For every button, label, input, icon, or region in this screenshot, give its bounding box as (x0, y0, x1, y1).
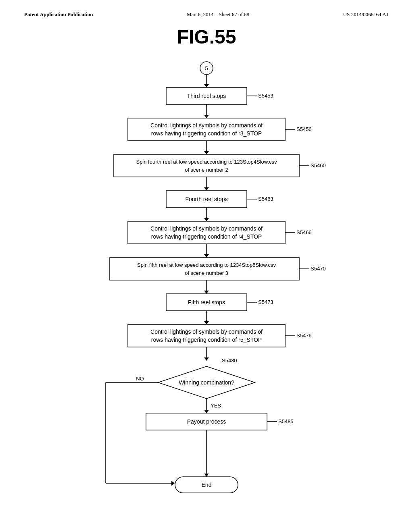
svg-marker-9 (204, 115, 209, 118)
svg-text:S5476: S5476 (296, 332, 312, 339)
svg-text:YES: YES (211, 403, 221, 409)
flowchart-svg: 5 Third reel stops S5453 Control lightin… (65, 56, 348, 520)
header-patent-number: US 2014/0066164 A1 (343, 11, 389, 18)
svg-marker-3 (204, 84, 209, 87)
svg-text:S5480: S5480 (222, 357, 237, 364)
diagram-container: FIG.55 5 Third reel stops S5453 Control … (0, 22, 413, 532)
svg-rect-50 (128, 324, 285, 347)
svg-text:5: 5 (205, 65, 208, 71)
svg-text:S5473: S5473 (258, 299, 273, 305)
svg-text:Fifth reel stops: Fifth reel stops (188, 299, 225, 305)
svg-text:Spin fourth reel at low speed : Spin fourth reel at low speed according … (136, 159, 277, 165)
svg-text:Third reel stops: Third reel stops (187, 93, 226, 99)
svg-text:rows having triggering conditi: rows having triggering condition of r4_S… (151, 233, 262, 240)
svg-marker-66 (204, 410, 209, 413)
svg-marker-36 (204, 254, 209, 258)
svg-text:S5466: S5466 (296, 229, 312, 235)
svg-rect-17 (114, 154, 299, 177)
svg-marker-16 (204, 151, 209, 154)
svg-text:S5456: S5456 (296, 126, 312, 132)
svg-text:S5470: S5470 (311, 266, 326, 272)
svg-text:rows having triggering conditi: rows having triggering condition of r3_S… (151, 130, 262, 137)
fig-title: FIG.55 (177, 26, 236, 48)
svg-text:Winning combination?: Winning combination? (179, 379, 234, 386)
header-date-sheet: Mar. 6, 2014 Sheet 67 of 68 (187, 11, 249, 18)
svg-marker-64 (171, 481, 175, 486)
svg-text:Control lightings of symbols b: Control lightings of symbols by commands… (150, 328, 263, 335)
svg-marker-56 (204, 357, 209, 361)
svg-rect-37 (110, 258, 299, 280)
svg-text:S5453: S5453 (258, 93, 273, 99)
header-publication: Patent Application Publication (24, 11, 93, 18)
svg-text:Control lightings of symbols b: Control lightings of symbols by commands… (150, 225, 263, 232)
svg-marker-23 (204, 187, 209, 191)
svg-text:Spin fifth reel at low speed a: Spin fifth reel at low speed according t… (137, 262, 276, 268)
svg-text:of scene number 2: of scene number 2 (185, 167, 228, 173)
svg-text:Fourth reel stops: Fourth reel stops (185, 196, 227, 202)
svg-marker-73 (204, 474, 209, 477)
svg-text:S5460: S5460 (311, 162, 326, 168)
svg-text:rows having triggering conditi: rows having triggering condition of r5_S… (151, 337, 262, 343)
svg-text:of scene number 3: of scene number 3 (185, 270, 228, 276)
svg-text:End: End (202, 482, 212, 488)
svg-text:Control lightings of symbols b: Control lightings of symbols by commands… (150, 122, 263, 129)
svg-marker-43 (204, 291, 209, 294)
page-header: Patent Application Publication Mar. 6, 2… (0, 0, 413, 22)
svg-rect-30 (128, 221, 285, 244)
svg-text:NO: NO (136, 376, 144, 382)
svg-text:S5463: S5463 (258, 196, 273, 202)
svg-text:Payout process: Payout process (187, 418, 226, 425)
svg-marker-29 (204, 218, 209, 221)
svg-text:S5485: S5485 (278, 418, 294, 424)
svg-marker-49 (204, 321, 209, 324)
svg-rect-10 (128, 118, 285, 141)
